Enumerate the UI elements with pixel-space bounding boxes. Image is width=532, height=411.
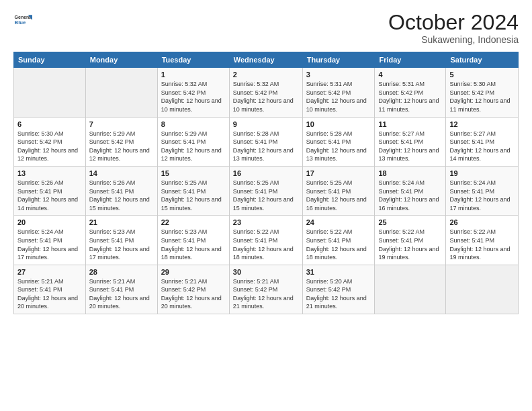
- calendar-week-row: 27Sunrise: 5:21 AM Sunset: 5:41 PM Dayli…: [14, 265, 519, 314]
- day-number: 19: [449, 169, 515, 177]
- calendar-header: SundayMondayTuesdayWednesdayThursdayFrid…: [14, 52, 519, 68]
- title-block: October 2024 Sukawening, Indonesia: [388, 11, 519, 45]
- day-number: 24: [306, 218, 371, 226]
- page: General Blue October 2024 Sukawening, In…: [0, 0, 532, 411]
- day-number: 6: [17, 120, 82, 128]
- calendar-cell: 11Sunrise: 5:27 AM Sunset: 5:41 PM Dayli…: [375, 117, 446, 166]
- day-number: 14: [89, 169, 154, 177]
- day-number: 21: [89, 218, 154, 226]
- day-number: 13: [17, 169, 82, 177]
- day-number: 2: [233, 71, 299, 79]
- day-number: 25: [378, 218, 442, 226]
- calendar-cell: [375, 265, 446, 314]
- logo-icon: General Blue: [13, 11, 32, 30]
- calendar-cell: 14Sunrise: 5:26 AM Sunset: 5:41 PM Dayli…: [85, 166, 157, 215]
- day-info: Sunrise: 5:26 AM Sunset: 5:41 PM Dayligh…: [17, 179, 82, 212]
- calendar-cell: 18Sunrise: 5:24 AM Sunset: 5:41 PM Dayli…: [375, 166, 446, 215]
- calendar-week-row: 20Sunrise: 5:24 AM Sunset: 5:41 PM Dayli…: [14, 216, 519, 265]
- calendar-cell: 29Sunrise: 5:21 AM Sunset: 5:42 PM Dayli…: [157, 265, 229, 314]
- svg-text:Blue: Blue: [15, 19, 27, 26]
- day-info: Sunrise: 5:21 AM Sunset: 5:41 PM Dayligh…: [89, 277, 154, 311]
- calendar-week-row: 6Sunrise: 5:30 AM Sunset: 5:42 PM Daylig…: [14, 117, 519, 166]
- day-number: 28: [89, 268, 154, 276]
- calendar-cell: 27Sunrise: 5:21 AM Sunset: 5:41 PM Dayli…: [14, 265, 86, 314]
- day-number: 15: [161, 169, 226, 177]
- calendar-cell: 15Sunrise: 5:25 AM Sunset: 5:41 PM Dayli…: [157, 166, 229, 215]
- weekday-header-monday: Monday: [85, 52, 157, 68]
- calendar-cell: 30Sunrise: 5:21 AM Sunset: 5:42 PM Dayli…: [229, 265, 302, 314]
- day-number: 27: [17, 268, 82, 276]
- calendar-body: 1Sunrise: 5:32 AM Sunset: 5:42 PM Daylig…: [14, 68, 519, 314]
- calendar-cell: 20Sunrise: 5:24 AM Sunset: 5:41 PM Dayli…: [14, 216, 86, 265]
- day-number: 8: [161, 120, 226, 128]
- location: Sukawening, Indonesia: [388, 34, 519, 45]
- calendar-table: SundayMondayTuesdayWednesdayThursdayFrid…: [13, 52, 519, 314]
- calendar-cell: [14, 68, 86, 117]
- weekday-header-sunday: Sunday: [14, 52, 86, 68]
- calendar-cell: 6Sunrise: 5:30 AM Sunset: 5:42 PM Daylig…: [14, 117, 86, 166]
- day-info: Sunrise: 5:20 AM Sunset: 5:42 PM Dayligh…: [306, 277, 371, 311]
- day-info: Sunrise: 5:31 AM Sunset: 5:42 PM Dayligh…: [306, 80, 371, 113]
- calendar-cell: 24Sunrise: 5:22 AM Sunset: 5:41 PM Dayli…: [302, 216, 375, 265]
- calendar-cell: 26Sunrise: 5:22 AM Sunset: 5:41 PM Dayli…: [446, 216, 519, 265]
- calendar-cell: [446, 265, 519, 314]
- day-info: Sunrise: 5:23 AM Sunset: 5:41 PM Dayligh…: [161, 228, 226, 261]
- calendar-cell: 10Sunrise: 5:28 AM Sunset: 5:41 PM Dayli…: [302, 117, 375, 166]
- calendar-cell: 17Sunrise: 5:25 AM Sunset: 5:41 PM Dayli…: [302, 166, 375, 215]
- day-info: Sunrise: 5:29 AM Sunset: 5:41 PM Dayligh…: [161, 130, 226, 163]
- weekday-header-saturday: Saturday: [446, 52, 519, 68]
- calendar-cell: 19Sunrise: 5:24 AM Sunset: 5:41 PM Dayli…: [446, 166, 519, 215]
- day-number: 7: [89, 120, 154, 128]
- weekday-header-tuesday: Tuesday: [157, 52, 229, 68]
- day-info: Sunrise: 5:32 AM Sunset: 5:42 PM Dayligh…: [161, 80, 226, 113]
- day-number: 22: [161, 218, 226, 226]
- day-number: 29: [161, 268, 226, 276]
- weekday-header-friday: Friday: [375, 52, 446, 68]
- day-number: 30: [233, 268, 299, 276]
- calendar-week-row: 13Sunrise: 5:26 AM Sunset: 5:41 PM Dayli…: [14, 166, 519, 215]
- day-info: Sunrise: 5:22 AM Sunset: 5:41 PM Dayligh…: [378, 228, 442, 261]
- weekday-header-wednesday: Wednesday: [229, 52, 302, 68]
- day-info: Sunrise: 5:25 AM Sunset: 5:41 PM Dayligh…: [233, 179, 299, 212]
- day-number: 23: [233, 218, 299, 226]
- day-info: Sunrise: 5:24 AM Sunset: 5:41 PM Dayligh…: [449, 179, 515, 212]
- day-info: Sunrise: 5:28 AM Sunset: 5:41 PM Dayligh…: [306, 130, 371, 163]
- day-info: Sunrise: 5:30 AM Sunset: 5:42 PM Dayligh…: [449, 80, 515, 113]
- day-info: Sunrise: 5:25 AM Sunset: 5:41 PM Dayligh…: [306, 179, 371, 212]
- calendar-cell: 13Sunrise: 5:26 AM Sunset: 5:41 PM Dayli…: [14, 166, 86, 215]
- weekday-row: SundayMondayTuesdayWednesdayThursdayFrid…: [14, 52, 519, 68]
- day-number: 4: [378, 71, 442, 79]
- calendar-cell: 9Sunrise: 5:28 AM Sunset: 5:41 PM Daylig…: [229, 117, 302, 166]
- logo: General Blue: [13, 11, 32, 30]
- weekday-header-thursday: Thursday: [302, 52, 375, 68]
- day-number: 31: [306, 268, 371, 276]
- day-info: Sunrise: 5:28 AM Sunset: 5:41 PM Dayligh…: [233, 130, 299, 163]
- day-info: Sunrise: 5:22 AM Sunset: 5:41 PM Dayligh…: [233, 228, 299, 261]
- calendar-week-row: 1Sunrise: 5:32 AM Sunset: 5:42 PM Daylig…: [14, 68, 519, 117]
- calendar-cell: 8Sunrise: 5:29 AM Sunset: 5:41 PM Daylig…: [157, 117, 229, 166]
- day-number: 1: [161, 71, 226, 79]
- day-number: 26: [449, 218, 515, 226]
- day-info: Sunrise: 5:27 AM Sunset: 5:41 PM Dayligh…: [449, 130, 515, 163]
- day-info: Sunrise: 5:32 AM Sunset: 5:42 PM Dayligh…: [233, 80, 299, 113]
- calendar-cell: 21Sunrise: 5:23 AM Sunset: 5:41 PM Dayli…: [85, 216, 157, 265]
- day-info: Sunrise: 5:22 AM Sunset: 5:41 PM Dayligh…: [449, 228, 515, 261]
- calendar-cell: 1Sunrise: 5:32 AM Sunset: 5:42 PM Daylig…: [157, 68, 229, 117]
- day-info: Sunrise: 5:24 AM Sunset: 5:41 PM Dayligh…: [17, 228, 82, 261]
- day-number: 20: [17, 218, 82, 226]
- day-number: 16: [233, 169, 299, 177]
- day-info: Sunrise: 5:23 AM Sunset: 5:41 PM Dayligh…: [89, 228, 154, 261]
- day-info: Sunrise: 5:22 AM Sunset: 5:41 PM Dayligh…: [306, 228, 371, 261]
- day-number: 12: [449, 120, 515, 128]
- calendar-cell: 23Sunrise: 5:22 AM Sunset: 5:41 PM Dayli…: [229, 216, 302, 265]
- day-number: 10: [306, 120, 371, 128]
- day-info: Sunrise: 5:27 AM Sunset: 5:41 PM Dayligh…: [378, 130, 442, 163]
- day-info: Sunrise: 5:30 AM Sunset: 5:42 PM Dayligh…: [17, 130, 82, 163]
- calendar-cell: 31Sunrise: 5:20 AM Sunset: 5:42 PM Dayli…: [302, 265, 375, 314]
- calendar-cell: 5Sunrise: 5:30 AM Sunset: 5:42 PM Daylig…: [446, 68, 519, 117]
- calendar-cell: [85, 68, 157, 117]
- calendar-cell: 3Sunrise: 5:31 AM Sunset: 5:42 PM Daylig…: [302, 68, 375, 117]
- day-number: 11: [378, 120, 442, 128]
- day-info: Sunrise: 5:26 AM Sunset: 5:41 PM Dayligh…: [89, 179, 154, 212]
- day-info: Sunrise: 5:29 AM Sunset: 5:42 PM Dayligh…: [89, 130, 154, 163]
